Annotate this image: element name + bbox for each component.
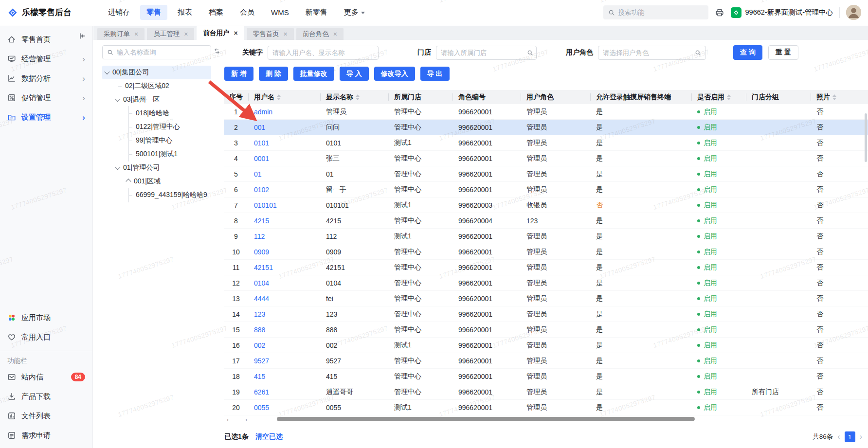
table-row[interactable]: 1009090909管理中心996620001管理员是启用否	[224, 244, 868, 260]
account-info[interactable]: 99662-新界面测试-管理中心	[731, 7, 833, 18]
tree-node-1[interactable]: 00|集团公司	[102, 66, 211, 79]
user-link[interactable]: 4444	[254, 295, 269, 303]
role-input[interactable]	[603, 49, 695, 56]
tab-close-icon[interactable]: ×	[284, 30, 288, 38]
tree-expander-open-icon[interactable]	[104, 69, 109, 74]
clear-selection-link[interactable]: 清空已选	[255, 432, 283, 441]
table-row[interactable]: 16002002测试1996620001管理员是启用否	[224, 338, 868, 353]
sidebar-item-function-1[interactable]: 站内信84	[0, 367, 92, 387]
store-input[interactable]	[441, 49, 527, 56]
table-row[interactable]: 196261逍遥哥哥管理中心996620001管理员是启用所有门店否	[224, 384, 868, 400]
tab-5[interactable]: 前台角色×	[296, 28, 344, 40]
tree-node-3[interactable]: 03|温州一区	[102, 93, 211, 107]
search-icon[interactable]	[695, 50, 701, 56]
scrollbar-thumb[interactable]	[277, 417, 695, 421]
search-icon[interactable]	[527, 50, 533, 56]
tree-node-4[interactable]: 018|哈哈哈	[102, 107, 211, 120]
user-link[interactable]: 888	[254, 326, 265, 334]
nav-item-6[interactable]: WMS	[265, 5, 295, 20]
tree-node-6[interactable]: 99|管理中心	[102, 134, 211, 147]
sidebar-item-function-2[interactable]: 产品下载	[0, 387, 92, 406]
tab-close-icon[interactable]: ×	[234, 29, 237, 37]
tree-search-input[interactable]	[117, 49, 199, 56]
sidebar-item-secondary-1[interactable]: 应用市场	[0, 308, 92, 327]
tree-expander-closed-icon[interactable]	[126, 179, 131, 184]
table-row[interactable]: 7010101010101测试1996620003收银员否启用否	[224, 197, 868, 213]
next-page-icon[interactable]: ›	[860, 433, 862, 441]
scroll-right-icon[interactable]: ›	[245, 416, 247, 423]
nav-item-1[interactable]: 进销存	[102, 5, 136, 20]
user-link[interactable]: 001	[254, 124, 265, 131]
table-row[interactable]: 114215142151管理中心996620001管理员是启用否	[224, 260, 868, 275]
reset-button[interactable]: 重 置	[768, 45, 798, 60]
tree-expander-open-icon[interactable]	[115, 164, 120, 170]
user-link[interactable]: 0909	[254, 248, 269, 256]
table-row[interactable]: 842154215管理中心996620004123是启用否	[224, 213, 868, 229]
toolbar-button-3[interactable]: 批量修改	[293, 67, 334, 81]
sidebar-item-main-4[interactable]: 促销管理›	[0, 88, 92, 108]
user-link[interactable]: 0055	[254, 404, 269, 412]
user-avatar[interactable]	[846, 5, 861, 20]
sort-icon[interactable]	[832, 94, 836, 100]
printer-icon[interactable]	[715, 8, 724, 18]
sort-icon[interactable]	[277, 94, 281, 100]
tree-node-10[interactable]: 66999_443159|哈哈哈9	[102, 188, 211, 202]
user-link[interactable]: 01	[254, 170, 262, 178]
nav-item-4[interactable]: 档案	[202, 5, 230, 20]
user-link[interactable]: 0001	[254, 155, 269, 162]
role-field[interactable]	[598, 46, 706, 60]
toolbar-button-6[interactable]: 导 出	[420, 67, 450, 81]
tab-3[interactable]: 前台用户×	[197, 26, 244, 40]
table-row[interactable]: 1admin管理员管理中心996620001管理员是启用否	[224, 104, 868, 120]
sidebar-item-main-2[interactable]: 经营管理›	[0, 49, 92, 69]
user-link[interactable]: 0101	[254, 139, 269, 147]
nav-item-3[interactable]: 报表	[171, 5, 199, 20]
table-row[interactable]: 1201040104管理中心996620001管理员是启用否	[224, 275, 868, 291]
page-number[interactable]: 1	[845, 431, 855, 442]
tree-node-5[interactable]: 0122|管理中心	[102, 120, 211, 134]
sidebar-item-secondary-2[interactable]: 常用入口	[0, 327, 92, 347]
nav-item-8[interactable]: 更多	[338, 5, 371, 20]
user-link[interactable]: 42151	[254, 264, 273, 271]
sidebar-item-function-3[interactable]: 文件列表	[0, 406, 92, 426]
vertical-scrollbar-thumb[interactable]	[865, 113, 867, 162]
sidebar-item-main-3[interactable]: 数据分析›	[0, 69, 92, 88]
table-row[interactable]: 15888888管理中心996620001管理员是启用否	[224, 322, 868, 338]
table-row[interactable]: 301010101测试1996620001管理员是启用否	[224, 135, 868, 151]
nav-item-2[interactable]: 零售	[140, 5, 167, 20]
tab-4[interactable]: 零售首页×	[247, 28, 294, 40]
sort-icon[interactable]	[727, 94, 731, 100]
table-row[interactable]: 1795279527管理中心996620001管理员是启用否	[224, 353, 868, 369]
tree-expander-open-icon[interactable]	[115, 96, 120, 102]
toolbar-button-1[interactable]: 新 增	[224, 67, 253, 81]
user-link[interactable]: 415	[254, 373, 265, 380]
user-link[interactable]: 9527	[254, 357, 269, 365]
table-row[interactable]: 2000550055测试1996620001管理员是启用否	[224, 400, 868, 415]
sidebar-item-function-4[interactable]: 需求申请	[0, 426, 92, 445]
keyword-field[interactable]	[268, 46, 379, 60]
prev-page-icon[interactable]: ‹	[837, 433, 840, 441]
tree-node-8[interactable]: 01|管理公司	[102, 161, 211, 175]
tree-node-7[interactable]: 500101|测试1	[102, 147, 211, 161]
column-header-3[interactable]: 显示名称	[320, 90, 388, 104]
user-link[interactable]: 002	[254, 341, 265, 349]
tab-1[interactable]: 采购订单×	[97, 28, 145, 40]
search-button[interactable]: 查 询	[733, 45, 762, 60]
table-row[interactable]: 40001张三管理中心996620001管理员是启用否	[224, 151, 868, 166]
user-link[interactable]: admin	[254, 108, 272, 116]
tab-close-icon[interactable]: ×	[184, 30, 188, 38]
nav-item-5[interactable]: 会员	[234, 5, 261, 20]
tree-node-2[interactable]: 02|二级区域02	[102, 79, 211, 93]
tab-close-icon[interactable]: ×	[134, 30, 138, 38]
user-link[interactable]: 010101	[254, 201, 277, 209]
tree-search[interactable]	[102, 45, 211, 59]
user-link[interactable]: 112	[254, 233, 265, 240]
user-link[interactable]: 0102	[254, 186, 269, 194]
table-row[interactable]: 18415415管理中心996620001管理员是启用否	[224, 369, 868, 384]
table-row[interactable]: 60102留一手管理中心996620001管理员是启用否	[224, 182, 868, 197]
tree-node-9[interactable]: 001|区域	[102, 175, 211, 188]
table-row[interactable]: 50101管理中心996620001管理员是启用否	[224, 166, 868, 182]
user-link[interactable]: 4215	[254, 217, 269, 225]
nav-item-7[interactable]: 新零售	[299, 5, 334, 20]
tree-panel-toggle-icon[interactable]	[214, 48, 220, 54]
